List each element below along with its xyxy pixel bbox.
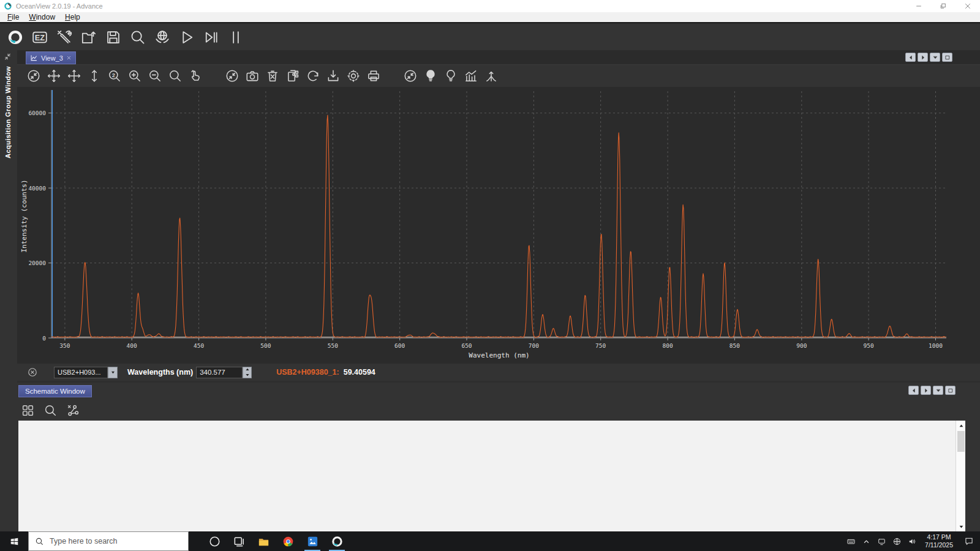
svg-text:2: 2 — [112, 72, 115, 78]
pan-icon[interactable] — [45, 67, 63, 85]
scale-fit-icon[interactable] — [401, 67, 420, 85]
ez-mode-icon[interactable]: EZ — [29, 27, 50, 48]
wavelength-input[interactable]: 340.577 — [196, 367, 243, 378]
reading-value: 59.40594 — [344, 368, 375, 377]
view-window: View_3 2 3504004505005506006507007508008… — [17, 50, 980, 383]
vertical-scale-icon[interactable] — [85, 67, 104, 85]
scale-fit-icon[interactable] — [223, 67, 241, 85]
wavelength-spinner[interactable] — [243, 367, 252, 378]
svg-text:40000: 40000 — [28, 185, 46, 192]
scroll-left-button[interactable] — [908, 386, 919, 395]
notifications-icon[interactable] — [958, 531, 980, 551]
tray-tray-monitor-icon[interactable] — [874, 531, 889, 551]
taskbar-app-file-explorer[interactable] — [251, 531, 276, 551]
scroll-up-icon[interactable] — [956, 421, 966, 430]
move-axes-icon[interactable] — [65, 67, 83, 85]
svg-text:900: 900 — [796, 342, 807, 349]
restore-panel-icon[interactable] — [4, 53, 12, 61]
minimize-button[interactable] — [907, 0, 931, 12]
open-config-icon[interactable] — [78, 27, 99, 48]
source-dropdown-button[interactable] — [108, 367, 118, 378]
overlay-chart-icon[interactable] — [462, 67, 480, 85]
spectrum-source-select[interactable]: USB2+H093... — [54, 367, 108, 378]
zoom-region-icon[interactable]: 2 — [105, 67, 124, 85]
maximize-button[interactable] — [942, 53, 952, 62]
start-button[interactable] — [0, 531, 28, 551]
zoom-icon[interactable] — [166, 67, 184, 85]
scale-fit-icon[interactable] — [24, 67, 43, 85]
schematic-canvas[interactable] — [18, 421, 965, 531]
dropdown-button[interactable] — [933, 386, 943, 395]
copy-data-icon[interactable] — [284, 67, 302, 85]
oceanview-logo-icon[interactable] — [5, 27, 26, 48]
lamp-off-icon[interactable] — [442, 67, 460, 85]
taskbar-clock[interactable]: 4:17 PM 7/11/2025 — [920, 533, 958, 549]
tab-schematic-window[interactable]: Schematic Window — [18, 385, 92, 397]
save-icon[interactable] — [103, 27, 124, 48]
settings-icon[interactable] — [344, 67, 363, 85]
acquisition-group-window-label[interactable]: Acquisition Group Window — [4, 66, 12, 159]
search-icon[interactable] — [127, 27, 148, 48]
clock-time: 4:17 PM — [925, 533, 953, 541]
strobe-control-icon[interactable] — [152, 27, 173, 48]
step-icon[interactable] — [201, 27, 222, 48]
dropdown-button[interactable] — [930, 53, 940, 62]
node-graph-icon[interactable] — [64, 401, 82, 419]
refresh-icon[interactable] — [304, 67, 322, 85]
svg-text:350: 350 — [59, 342, 70, 349]
grid-view-icon[interactable] — [18, 401, 37, 419]
pause-icon[interactable] — [225, 27, 246, 48]
play-icon[interactable] — [176, 27, 197, 48]
taskbar-app-chrome[interactable] — [276, 531, 300, 551]
tab-close-icon[interactable] — [66, 55, 72, 61]
spectrum-chart[interactable]: 3504004505005506006507007508008509009501… — [17, 87, 980, 364]
peak-measure-icon[interactable] — [482, 67, 500, 85]
taskbar-search-input[interactable]: Type here to search — [28, 531, 189, 551]
printer-icon[interactable] — [364, 67, 383, 85]
camera-icon[interactable] — [243, 67, 262, 85]
svg-text:Intensity (counts): Intensity (counts) — [20, 179, 28, 252]
tray-caret-up-icon[interactable] — [859, 531, 874, 551]
close-button[interactable] — [956, 0, 980, 12]
svg-text:400: 400 — [127, 342, 137, 349]
maximize-button[interactable] — [945, 386, 956, 395]
zoom-out-icon[interactable] — [146, 67, 164, 85]
tray-volume-icon[interactable] — [905, 531, 920, 551]
export-icon[interactable] — [324, 67, 342, 85]
tab-view-3[interactable]: View_3 — [26, 51, 76, 64]
tools-icon[interactable] — [54, 27, 75, 48]
scroll-down-icon[interactable] — [956, 522, 966, 531]
tray-keyboard-icon[interactable] — [843, 531, 859, 551]
taskbar-app-image-app[interactable] — [300, 531, 325, 551]
lamp-on-icon[interactable] — [421, 67, 440, 85]
restore-button[interactable] — [931, 0, 956, 12]
menu-help[interactable]: Help — [60, 13, 85, 21]
pointer-select-icon[interactable] — [186, 67, 205, 85]
schematic-toolbar — [18, 400, 82, 420]
menu-file[interactable]: File — [2, 13, 24, 21]
search-placeholder: Type here to search — [50, 537, 117, 545]
schematic-scrollbar[interactable] — [956, 421, 965, 531]
scroll-right-button[interactable] — [918, 53, 928, 62]
tray-globe-icon[interactable] — [889, 531, 905, 551]
zoom-in-icon[interactable] — [126, 67, 144, 85]
scroll-left-button[interactable] — [905, 53, 916, 62]
scrollbar-thumb[interactable] — [957, 431, 965, 452]
svg-text:Wavelength (nm): Wavelength (nm) — [469, 351, 529, 359]
clock-date: 7/11/2025 — [925, 541, 953, 549]
view-tab-row: View_3 — [17, 50, 980, 65]
taskbar-app-cortana[interactable] — [202, 531, 227, 551]
svg-text:0: 0 — [42, 335, 46, 342]
taskbar-app-task-view[interactable] — [227, 531, 251, 551]
tab-label: View_3 — [41, 54, 63, 62]
taskbar-app-oceanview-app[interactable] — [325, 531, 349, 551]
scroll-right-button[interactable] — [921, 386, 931, 395]
window-title: OceanView 2.0.19 - Advance — [16, 2, 103, 10]
schematic-window: Schematic Window — [0, 383, 980, 531]
svg-text:950: 950 — [864, 342, 874, 349]
search-icon[interactable] — [41, 401, 59, 419]
circle-x-icon[interactable] — [27, 367, 38, 378]
svg-text:20000: 20000 — [28, 260, 46, 266]
trash-icon[interactable] — [263, 67, 282, 85]
menu-window[interactable]: Window — [24, 13, 60, 21]
